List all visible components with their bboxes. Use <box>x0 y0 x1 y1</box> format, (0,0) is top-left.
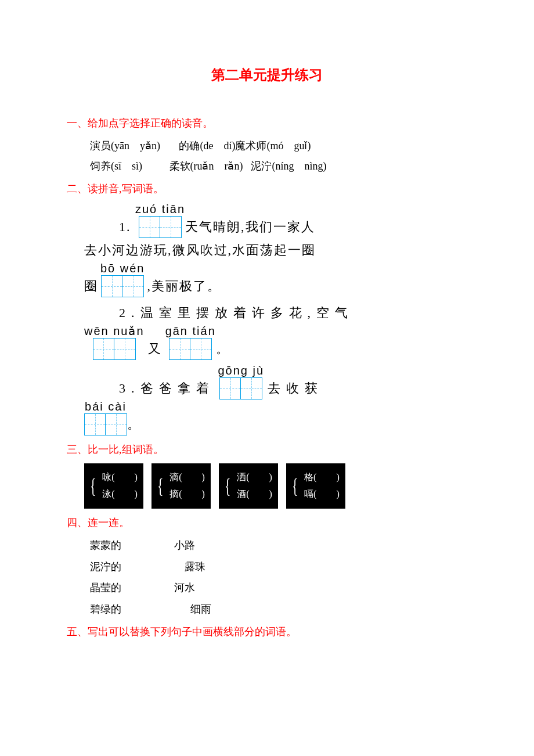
q2-2-num: 2. <box>119 302 140 324</box>
q4-2-left: 泥泞的 <box>90 559 171 575</box>
q2-2-end: 。 <box>216 338 230 360</box>
q1-item-1-opts: (yān yǎn) <box>111 140 160 152</box>
q4-1-left: 蒙蒙的 <box>90 537 171 554</box>
section-1-header: 一、给加点字选择正确的读音。 <box>67 115 467 132</box>
q2-3-text1: 爸爸拿着 <box>140 377 215 399</box>
q2-1-pinyin2: bō wén <box>100 262 145 274</box>
q2-3-num: 3. <box>119 377 140 399</box>
tianzi-box[interactable] <box>139 216 182 238</box>
q1-line-1: 演员(yān yǎn) 的确(de dí)魔术师(mó guǐ) <box>90 138 467 154</box>
q3-4b: 嗝 <box>304 489 313 499</box>
q2-3-pinyin1: gōng jù <box>218 365 265 376</box>
q1-item-6-word: 泥泞 <box>251 160 272 172</box>
q1-item-4-opts: (sī sì) <box>111 160 142 172</box>
q1-item-4-word: 饲养 <box>90 160 111 172</box>
q2-2-pinyin2: gān tián <box>165 325 216 337</box>
q4-3-right: 河水 <box>174 579 195 596</box>
q4-2-right: 露珠 <box>185 559 205 575</box>
q3-2b: 摘 <box>169 489 179 499</box>
q2-3-row1: 3. 爸爸拿着 gōng jù 去收获 <box>84 365 467 399</box>
tianzi-box[interactable] <box>84 413 127 435</box>
q2-2-mid: 又 <box>148 338 162 360</box>
q3-group-4: { 格() 嗝() <box>286 463 345 509</box>
q1-item-5-opts: (ruǎn rǎn) <box>190 160 243 172</box>
q1-line-2: 饲养(sī sì) 柔软(ruǎn rǎn)泥泞(níng nìng) <box>90 158 467 175</box>
q2-1-text3: 圈 <box>84 275 98 297</box>
q1-item-6-opts: (níng nìng) <box>272 160 326 172</box>
q1-item-3-opts: (mó guǐ) <box>266 140 311 152</box>
section-4-header: 四、连一连。 <box>67 514 467 531</box>
q3-groups: { 咏() 泳() { 滴() 摘() { 洒() 酒() { 格() 嗝() <box>67 463 467 509</box>
q3-3a: 洒 <box>237 472 246 482</box>
q1-item-1-word: 演员 <box>90 140 111 152</box>
tianzi-box[interactable] <box>101 275 144 297</box>
q3-group-2: { 滴() 摘() <box>151 463 211 509</box>
section-5-header: 五、写出可以替换下列句子中画横线部分的词语。 <box>67 624 467 640</box>
q3-2a: 滴 <box>169 472 179 482</box>
q4-row-3: 晶莹的 河水 <box>67 579 467 596</box>
q2-3-text2: 去收获 <box>268 377 323 399</box>
tianzi-box[interactable] <box>169 338 212 360</box>
section-3-header: 三、比一比,组词语。 <box>67 441 467 458</box>
q1-item-3-word: 魔术师 <box>235 140 266 152</box>
q4-3-left: 晶莹的 <box>90 579 171 596</box>
q3-group-1: { 咏() 泳() <box>84 463 143 509</box>
q2-1-text2: 去小河边游玩,微风吹过,水面荡起一圈 <box>84 239 316 261</box>
q4-row-1: 蒙蒙的 小路 <box>67 537 467 554</box>
q4-row-4: 碧绿的 细雨 <box>67 601 467 618</box>
q2-1-num: 1. <box>119 216 131 238</box>
q2-3-end: 。 <box>127 413 141 435</box>
q2-1-row2: 去小河边游玩,微风吹过,水面荡起一圈 <box>84 239 467 261</box>
q2-2-row2: wēn nuǎn 又 gān tián 。 <box>84 325 467 360</box>
q2-1-pinyin1: zuó tiān <box>135 203 185 215</box>
q2-1-text4: ,美丽极了。 <box>147 275 222 297</box>
q2-1-row3: 圈 bō wén ,美丽极了。 <box>84 262 467 297</box>
tianzi-box[interactable] <box>93 338 136 360</box>
q2-3-pinyin2: bái cài <box>85 401 127 412</box>
q4-4-left: 碧绿的 <box>90 601 171 618</box>
q1-item-2-word: 的确 <box>179 140 200 152</box>
q2-2-row1: 2. 温室里摆放着许多花,空气 <box>84 302 467 324</box>
q3-group-3: { 洒() 酒() <box>219 463 278 509</box>
q2-3-row2: bái cài 。 <box>84 401 467 435</box>
q4-row-2: 泥泞的 露珠 <box>67 559 467 575</box>
q3-4a: 格 <box>304 472 313 482</box>
tianzi-box[interactable] <box>219 377 262 399</box>
q4-4-right: 细雨 <box>190 601 211 618</box>
q2-1-row1: 1. zuó tiān 天气晴朗,我们一家人 <box>84 203 467 238</box>
q3-1b: 泳 <box>102 489 111 499</box>
page-title: 第二单元提升练习 <box>67 64 467 86</box>
q3-1a: 咏 <box>102 472 111 482</box>
q1-item-5-word: 柔软 <box>169 160 190 172</box>
q2-2-pinyin1: wēn nuǎn <box>84 325 145 337</box>
section-2-header: 二、读拼音,写词语。 <box>67 181 467 197</box>
q4-1-right: 小路 <box>174 537 195 554</box>
q2-1-text1: 天气晴朗,我们一家人 <box>185 216 315 238</box>
q1-item-2-opts: (de dí) <box>200 140 235 152</box>
q2-2-text1: 温室里摆放着许多花,空气 <box>140 302 354 324</box>
q3-3b: 酒 <box>237 489 246 499</box>
